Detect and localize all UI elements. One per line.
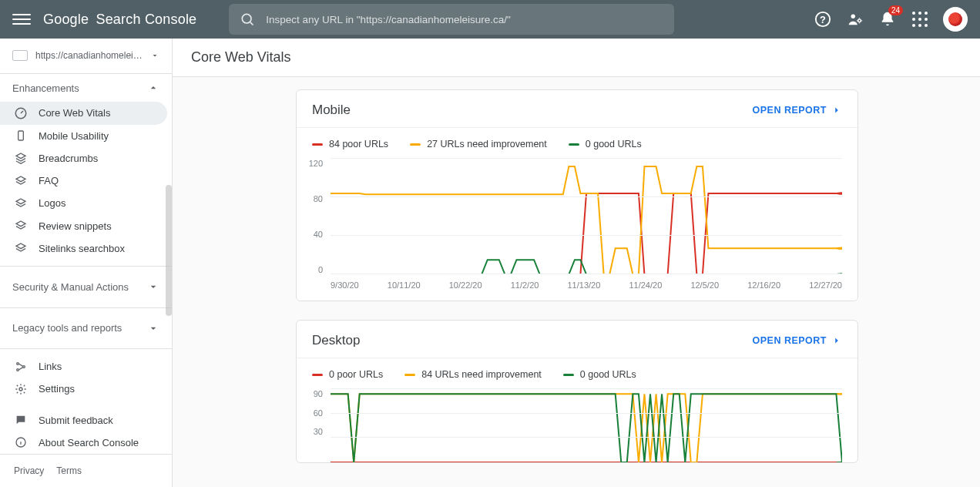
sidebar-item-core-web-vitals[interactable]: Core Web Vitals xyxy=(0,102,167,124)
chevron-right-icon xyxy=(831,335,842,346)
url-inspect-search[interactable] xyxy=(229,4,674,35)
sidebar-item-about[interactable]: About Search Console xyxy=(0,432,172,454)
sidebar-item-submit-feedback[interactable]: Submit feedback xyxy=(0,408,172,431)
section-label: Security & Manual Actions xyxy=(12,281,129,293)
chart-desktop: 906030 xyxy=(297,383,858,462)
sidebar-item-breadcrumbs[interactable]: Breadcrumbs xyxy=(0,147,172,170)
speed-icon xyxy=(14,106,28,120)
layers-icon xyxy=(14,219,28,233)
info-icon xyxy=(14,435,28,449)
card-title-mobile: Mobile xyxy=(312,102,351,118)
account-avatar[interactable] xyxy=(943,7,968,32)
section-enhancements[interactable]: Enhancements xyxy=(0,74,172,102)
svg-rect-7 xyxy=(18,131,24,140)
page-title: Core Web Vitals xyxy=(173,39,980,77)
google-apps-icon[interactable] xyxy=(911,10,929,29)
property-selector[interactable]: https://canadianhomeleisur... xyxy=(0,39,172,74)
product-logo: Google Search Console xyxy=(43,12,196,28)
property-url: https://canadianhomeleisur... xyxy=(35,50,143,61)
layers-icon xyxy=(14,241,28,255)
property-thumb-icon xyxy=(12,50,28,61)
legend-good: 0 good URLs xyxy=(569,139,642,149)
card-desktop: Desktop OPEN REPORT 0 poor URLs 84 URLs … xyxy=(296,320,858,463)
card-mobile: Mobile OPEN REPORT 84 poor URLs 27 URLs … xyxy=(296,89,858,301)
sidebar-item-label: FAQ xyxy=(39,175,59,186)
terms-link[interactable]: Terms xyxy=(56,465,82,476)
open-report-label: OPEN REPORT xyxy=(753,335,827,346)
legend-need: 27 URLs need improvement xyxy=(410,139,547,149)
svg-point-11 xyxy=(19,388,22,391)
layers-icon xyxy=(14,196,28,210)
sidebar-item-label: Sitelinks searchbox xyxy=(39,243,125,254)
card-title-desktop: Desktop xyxy=(312,333,360,348)
sidebar-item-links[interactable]: Links xyxy=(0,355,172,378)
privacy-link[interactable]: Privacy xyxy=(14,465,44,476)
chevron-right-icon xyxy=(831,105,842,116)
legend-desktop: 0 poor URLs 84 URLs need improvement 0 g… xyxy=(297,358,858,383)
layers-icon xyxy=(14,151,28,165)
section-security[interactable]: Security & Manual Actions xyxy=(0,273,172,301)
svg-point-16 xyxy=(836,247,842,250)
user-settings-icon[interactable] xyxy=(846,10,864,29)
svg-point-9 xyxy=(17,368,19,371)
gear-icon xyxy=(14,382,28,396)
logo-search-console: Search Console xyxy=(96,12,196,28)
svg-point-10 xyxy=(23,365,25,368)
sidebar-scrollbar[interactable] xyxy=(166,185,172,316)
chevron-up-icon xyxy=(147,82,159,94)
svg-text:?: ? xyxy=(820,14,826,25)
sidebar-item-label: Links xyxy=(39,361,62,372)
svg-point-15 xyxy=(836,192,842,195)
sidebar-item-sitelinks-searchbox[interactable]: Sitelinks searchbox xyxy=(0,237,172,260)
sidebar-item-label: Review snippets xyxy=(39,220,112,232)
notification-count-badge: 24 xyxy=(888,5,903,15)
links-icon xyxy=(14,360,28,374)
sidebar-item-logos[interactable]: Logos xyxy=(0,192,172,214)
open-report-label: OPEN REPORT xyxy=(753,105,827,116)
sidebar-item-label: Mobile Usability xyxy=(39,130,109,142)
sidebar-footer: Privacy Terms xyxy=(0,454,172,487)
sidebar-item-review-snippets[interactable]: Review snippets xyxy=(0,215,172,237)
sidebar-item-label: Logos xyxy=(39,197,65,209)
chevron-down-icon xyxy=(147,280,159,293)
help-icon[interactable]: ? xyxy=(814,10,832,29)
chevron-down-icon xyxy=(147,322,159,334)
sidebar-item-faq[interactable]: FAQ xyxy=(0,170,172,192)
svg-point-5 xyxy=(858,19,861,22)
sidebar-item-label: Submit feedback xyxy=(39,415,113,426)
svg-line-1 xyxy=(250,22,253,25)
legend-need: 84 URLs need improvement xyxy=(404,369,542,380)
sidebar-item-label: Settings xyxy=(39,383,75,395)
legend-poor: 0 poor URLs xyxy=(312,369,383,380)
search-input[interactable] xyxy=(266,13,663,25)
y-axis: 906030 xyxy=(301,389,323,436)
feedback-icon xyxy=(14,413,28,427)
section-legacy[interactable]: Legacy tools and reports xyxy=(0,314,172,343)
open-report-desktop[interactable]: OPEN REPORT xyxy=(753,335,843,346)
phone-icon xyxy=(14,129,28,143)
svg-point-0 xyxy=(243,14,252,23)
sidebar: https://canadianhomeleisur... Enhancemen… xyxy=(0,39,173,487)
menu-icon[interactable] xyxy=(12,10,31,29)
section-label: Legacy tools and reports xyxy=(12,322,122,334)
sidebar-item-label: About Search Console xyxy=(39,437,139,448)
open-report-mobile[interactable]: OPEN REPORT xyxy=(753,105,843,116)
legend-mobile: 84 poor URLs 27 URLs need improvement 0 … xyxy=(297,128,858,153)
sidebar-item-label: Core Web Vitals xyxy=(39,107,110,119)
main-content: Core Web Vitals Mobile OPEN REPORT 84 po… xyxy=(173,39,980,487)
legend-poor: 84 poor URLs xyxy=(312,139,388,149)
legend-good: 0 good URLs xyxy=(563,369,636,380)
sidebar-item-settings[interactable]: Settings xyxy=(0,378,172,400)
notifications-icon[interactable]: 24 xyxy=(878,10,897,29)
layers-icon xyxy=(14,174,28,188)
chart-mobile: 12080400 9/30/2010/11/2010/22/2011/2/201… xyxy=(297,153,858,301)
logo-google: Google xyxy=(43,12,89,28)
svg-point-4 xyxy=(851,15,856,18)
y-axis: 12080400 xyxy=(301,159,323,274)
sidebar-item-mobile-usability[interactable]: Mobile Usability xyxy=(0,125,172,147)
sidebar-item-label: Breadcrumbs xyxy=(39,153,98,164)
x-axis: 9/30/2010/11/2010/22/2011/2/2011/13/2011… xyxy=(331,280,842,290)
search-icon xyxy=(240,12,255,27)
svg-point-8 xyxy=(17,362,19,364)
dropdown-icon xyxy=(150,51,159,60)
